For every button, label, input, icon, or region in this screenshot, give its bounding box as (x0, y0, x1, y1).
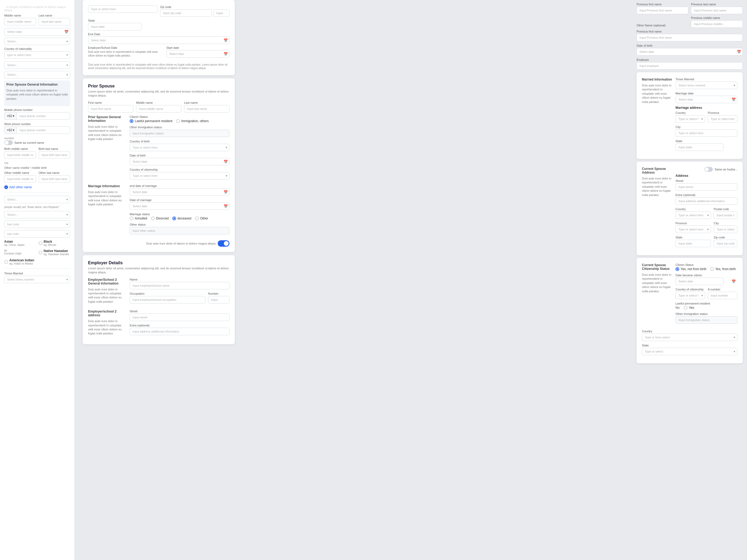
work-phone-input[interactable] (17, 126, 70, 134)
left-select-3[interactable] (4, 71, 70, 78)
left-date-input[interactable] (4, 28, 70, 35)
prev-last-input[interactable] (691, 7, 743, 14)
citizen-status-right-label: Citizen Status (675, 263, 738, 266)
ps-citizenship-input[interactable] (130, 172, 229, 180)
right-dob-input[interactable] (637, 48, 743, 55)
marriage-country-input[interactable] (675, 115, 705, 123)
lawful-yes-radio[interactable]: Yes (684, 306, 694, 310)
cs-street-input[interactable] (675, 183, 738, 191)
zip-code-input[interactable] (160, 9, 212, 17)
lawful-perm-label: Lawful permanent resident (675, 302, 738, 305)
ps-last-input[interactable] (184, 105, 229, 112)
left-last-name-group: Last name (39, 14, 71, 25)
country-birth-input[interactable] (130, 144, 229, 151)
prev-first-2-input[interactable] (637, 34, 743, 41)
cs-country-input[interactable] (675, 211, 711, 219)
occupation-input[interactable] (130, 296, 205, 303)
country-of-citizenship-right-input[interactable] (675, 292, 705, 299)
country-nationality-input[interactable] (4, 51, 70, 59)
ps-first-input[interactable] (88, 105, 133, 112)
immigration-others-radio[interactable]: Immigration, others (176, 119, 209, 123)
right-state-bottom-input[interactable] (642, 348, 738, 355)
other-middle-input[interactable] (4, 175, 36, 183)
state-input-top[interactable] (88, 23, 141, 30)
yes-from-birth-radio[interactable]: Yes, from birth (710, 267, 736, 271)
same-husband-toggle[interactable] (704, 167, 713, 172)
middle-name-input[interactable] (4, 18, 36, 25)
mobile-phone-input[interactable] (17, 112, 70, 120)
citizen-status-group: Citizen Status Lawful permanent resident… (130, 115, 229, 123)
ps-dob-input[interactable] (130, 158, 229, 165)
emp-extra-input[interactable] (130, 328, 229, 335)
a-number-input[interactable] (708, 292, 738, 299)
deceased-radio[interactable]: deceased (172, 216, 191, 220)
other-radio[interactable]: Other (195, 216, 208, 220)
birth-last-input[interactable] (39, 151, 71, 159)
times-married-right-input[interactable] (675, 82, 738, 89)
end-date-marriage-input[interactable] (130, 188, 229, 196)
cs-zip-group: Zip code (714, 236, 738, 247)
number-input[interactable] (208, 296, 229, 303)
type-select-input[interactable] (88, 5, 157, 13)
right-employer-input[interactable] (637, 62, 743, 70)
other-last-input[interactable] (39, 175, 71, 183)
city-group: City (675, 125, 738, 137)
hawaiian-radio[interactable]: Native Hawaiian eg. Hawaiian Islander (39, 249, 71, 256)
prev-first-2-label: Previous first name (637, 30, 743, 33)
end-date-input[interactable] (88, 36, 229, 44)
date-citizen-input[interactable] (675, 277, 723, 285)
employer-name-input[interactable] (130, 282, 229, 289)
add-other-name-link[interactable]: + Add other name (4, 185, 70, 189)
cs-extra-input[interactable] (675, 197, 738, 205)
work-phone-group: Work phone number +62 ▾ (4, 123, 70, 134)
lawful-resident-radio[interactable]: Lawful permanent resident (130, 119, 172, 123)
other-immigration-right-input[interactable] (675, 316, 738, 324)
city-input[interactable] (675, 129, 738, 137)
number-label: Number (208, 292, 229, 295)
times-married-right-group: Times Married (675, 78, 738, 89)
right-state-bottom-group: State (642, 344, 738, 355)
left-select-hair[interactable] (4, 220, 70, 228)
ethnicity-hawaiian: Native Hawaiian eg. Hawaiian Islander (39, 249, 71, 256)
left-select-2[interactable] (4, 61, 70, 69)
state-input[interactable] (675, 143, 723, 151)
emp-street-input[interactable] (130, 314, 229, 321)
employer-address-content: Employer/school 2 address Duis aute irur… (88, 310, 229, 339)
prev-first-input[interactable] (637, 7, 688, 14)
zip-extra-input[interactable] (213, 9, 229, 17)
indian-radio[interactable]: American Indian eg. Indian or Alaska (4, 259, 70, 265)
occupation-number-row: Occupation Number (130, 292, 229, 303)
cs-state-input[interactable] (675, 240, 711, 247)
ps-middle-input[interactable] (136, 105, 181, 112)
annulled-radio[interactable]: Annulled (130, 216, 147, 220)
date-marriage-input[interactable] (130, 203, 229, 210)
divorced-radio[interactable]: Divorced (151, 216, 169, 220)
left-select-eye[interactable] (4, 230, 70, 238)
cs-postal-input[interactable] (714, 211, 738, 219)
cs-zip-input[interactable] (714, 240, 738, 247)
prev-middle-input[interactable] (691, 20, 743, 28)
marriage-date-input[interactable] (675, 96, 738, 103)
cs-zip-state-row: State Zip code (675, 236, 738, 247)
left-select-1[interactable] (4, 37, 70, 45)
cs-province-input[interactable] (675, 225, 711, 233)
left-select-d[interactable] (4, 211, 70, 218)
right-country-bottom-input[interactable] (642, 334, 738, 341)
other-status-input[interactable] (130, 227, 229, 234)
start-date-input[interactable] (166, 50, 229, 58)
last-name-input[interactable] (39, 18, 71, 25)
spouse-address-right: Same as husba... Address Street Extra (o… (675, 167, 738, 250)
times-married-input[interactable] (4, 276, 70, 283)
main-toggle[interactable] (218, 240, 229, 247)
birth-last-label: Birth last name (39, 147, 71, 151)
other-immigration-input[interactable] (130, 130, 229, 137)
yes-not-birth-radio[interactable]: Yes, not from birth (675, 267, 706, 271)
top-row-1: Zip code (88, 5, 229, 17)
left-select-c[interactable] (4, 196, 70, 203)
province-input[interactable] (708, 115, 738, 123)
black-radio[interactable]: Black eg. African (39, 240, 71, 246)
birth-middle-input[interactable] (4, 151, 36, 159)
same-current-toggle[interactable] (4, 140, 13, 145)
cs-city-input[interactable] (714, 225, 738, 233)
toggle-row: Duis aute irure dolor et labore et dolor… (88, 240, 229, 247)
